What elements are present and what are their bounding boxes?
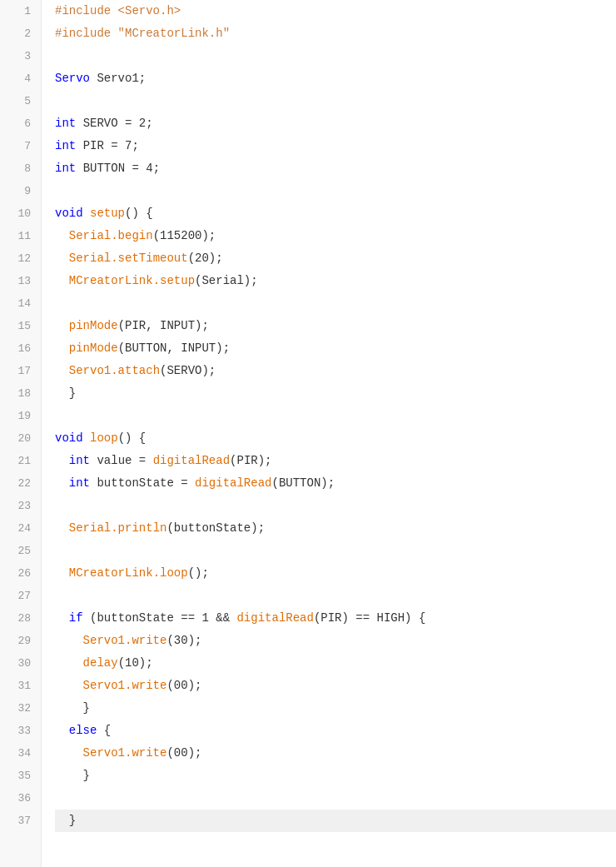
code-line: #include <Servo.h> [55,0,616,22]
code-line: pinMode(PIR, INPUT); [55,315,616,337]
code-line [55,495,616,517]
line-number: 15 [0,315,31,337]
line-number: 25 [0,540,31,562]
line-number: 8 [0,157,31,180]
code-line: int buttonState = digitalRead(BUTTON); [55,472,616,495]
code-line [55,180,616,202]
code-line: int SERVO = 2; [55,112,616,135]
code-line: void loop() { [55,427,616,450]
line-number: 13 [0,270,31,292]
line-number: 36 [0,787,31,810]
code-editor: 1234567891011121314151617181920212223242… [0,0,616,867]
code-line: else { [55,720,616,742]
code-line: MCreatorLink.setup(Serial); [55,270,616,292]
code-line [55,45,616,67]
line-number: 19 [0,405,31,427]
line-number: 18 [0,382,31,405]
line-number: 27 [0,585,31,607]
line-numbers: 1234567891011121314151617181920212223242… [0,0,42,867]
code-line: Servo1.write(00); [55,742,616,765]
line-number: 11 [0,225,31,247]
code-line: #include "MCreatorLink.h" [55,22,616,45]
line-number: 16 [0,337,31,360]
code-line: int BUTTON = 4; [55,157,616,180]
line-number: 2 [0,22,31,45]
line-number: 33 [0,720,31,742]
code-line: } [55,697,616,720]
line-number: 17 [0,360,31,382]
line-number: 31 [0,675,31,697]
line-number: 14 [0,292,31,315]
code-line [55,787,616,810]
line-number: 4 [0,67,31,90]
code-line: Serial.setTimeout(20); [55,247,616,270]
line-number: 24 [0,517,31,540]
line-number: 12 [0,247,31,270]
code-line: } [55,765,616,787]
code-line: Servo1.write(00); [55,675,616,697]
code-line: Servo Servo1; [55,67,616,90]
code-line: Servo1.write(30); [55,630,616,652]
line-number: 1 [0,0,31,22]
code-line: void setup() { [55,202,616,225]
code-line: if (buttonState == 1 && digitalRead(PIR)… [55,607,616,630]
line-number: 32 [0,697,31,720]
code-line [55,405,616,427]
line-number: 9 [0,180,31,202]
code-line: Serial.println(buttonState); [55,517,616,540]
line-number: 37 [0,810,31,832]
code-line [55,292,616,315]
line-number: 22 [0,472,31,495]
code-line: } [55,810,616,832]
code-line [55,585,616,607]
line-number: 34 [0,742,31,765]
code-line: int value = digitalRead(PIR); [55,450,616,472]
code-line: int PIR = 7; [55,135,616,157]
line-number: 20 [0,427,31,450]
code-line: delay(10); [55,652,616,675]
code-line [55,90,616,112]
code-line: Servo1.attach(SERVO); [55,360,616,382]
line-number: 23 [0,495,31,517]
code-line: } [55,382,616,405]
code-content: #include <Servo.h>#include "MCreatorLink… [42,0,616,867]
line-number: 21 [0,450,31,472]
line-number: 6 [0,112,31,135]
line-number: 29 [0,630,31,652]
line-number: 35 [0,765,31,787]
line-number: 10 [0,202,31,225]
code-line: pinMode(BUTTON, INPUT); [55,337,616,360]
line-number: 26 [0,562,31,585]
code-line [55,540,616,562]
code-line: Serial.begin(115200); [55,225,616,247]
line-number: 5 [0,90,31,112]
line-number: 28 [0,607,31,630]
code-line: MCreatorLink.loop(); [55,562,616,585]
line-number: 7 [0,135,31,157]
line-number: 3 [0,45,31,67]
line-number: 30 [0,652,31,675]
